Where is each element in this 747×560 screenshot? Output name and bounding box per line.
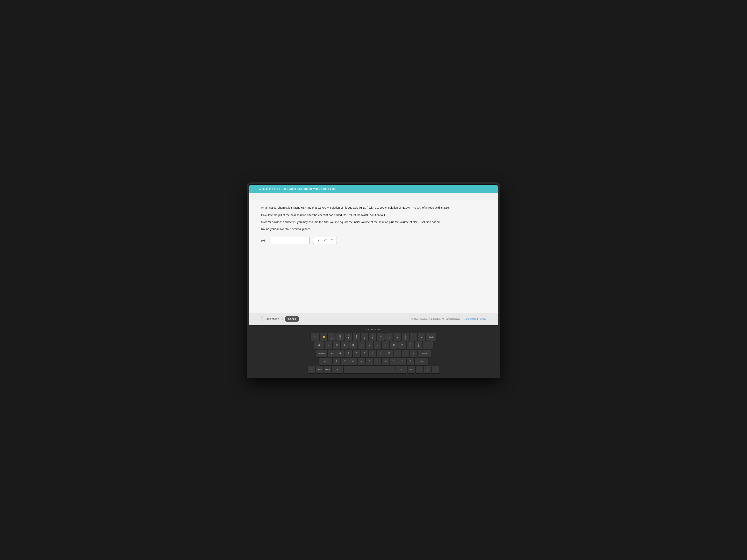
key-arrow-left[interactable]: ← bbox=[416, 366, 423, 373]
key-o[interactable]: O bbox=[390, 342, 397, 349]
check-button[interactable]: Check bbox=[285, 316, 300, 322]
key-command-left[interactable]: ⌘ bbox=[332, 366, 343, 373]
key-j[interactable]: J bbox=[377, 350, 385, 357]
key-a[interactable]: A bbox=[328, 350, 336, 357]
key-w[interactable]: W bbox=[333, 342, 340, 349]
key-0[interactable]: )0 bbox=[402, 333, 409, 341]
key-comma[interactable]: <, bbox=[390, 358, 397, 365]
key-emoji[interactable]: 🙂 bbox=[320, 333, 327, 341]
key-2[interactable]: @2 bbox=[336, 333, 344, 341]
key-bracket-right[interactable]: }] bbox=[415, 342, 422, 349]
bottom-left-btns: Explanation Check bbox=[261, 316, 300, 322]
key-7[interactable]: &7 bbox=[377, 333, 385, 341]
note-text: Note for advanced students: you may assu… bbox=[261, 220, 486, 224]
terms-link[interactable]: Terms of Use bbox=[463, 318, 476, 320]
key-fn[interactable]: fn bbox=[308, 366, 315, 373]
content-area: An analytical chemist is titrating 63.4 … bbox=[249, 200, 498, 313]
key-t[interactable]: T bbox=[358, 342, 365, 349]
ph-input[interactable] bbox=[271, 237, 310, 244]
key-space[interactable] bbox=[344, 366, 395, 373]
key-bracket-left[interactable]: {[ bbox=[407, 342, 414, 349]
answer-label: pH = bbox=[261, 239, 267, 242]
key-semicolon[interactable]: :; bbox=[402, 350, 409, 357]
problem-text-1: An analytical chemist is titrating 63.4 … bbox=[261, 206, 486, 211]
key-arrow-updown[interactable]: ↑↓ bbox=[424, 366, 431, 373]
key-command-right[interactable]: ⌘ bbox=[395, 366, 407, 373]
key-option-left[interactable]: option bbox=[324, 366, 331, 373]
key-q[interactable]: Q bbox=[325, 342, 332, 349]
key-row-4: shift Z X C V B N M <, >. ?/ shift bbox=[251, 358, 496, 365]
key-v[interactable]: V bbox=[358, 358, 365, 365]
title-bar-text: Calculating the pH of a weak acid titrat… bbox=[259, 187, 336, 190]
key-shift-right[interactable]: shift bbox=[415, 358, 428, 365]
bottom-bar: Explanation Check © 2020 McGraw-Hill Edu… bbox=[249, 313, 498, 325]
help-button[interactable]: ? bbox=[330, 238, 333, 243]
key-option-right[interactable]: option bbox=[408, 366, 415, 373]
screen-bezel: — Calculating the pH of a weak acid titr… bbox=[249, 184, 498, 325]
action-box: ✕ ↺ ? bbox=[313, 237, 337, 244]
keyboard-housing: MacBook Pro esc 🙂 !1 @2 #3 $4 %5 ^6 &7 *… bbox=[249, 325, 498, 378]
key-shift-left[interactable]: shift bbox=[319, 358, 332, 365]
key-x[interactable]: X bbox=[341, 358, 349, 365]
chevron-down-button[interactable]: ⌄ bbox=[253, 194, 255, 198]
key-1[interactable]: !1 bbox=[328, 333, 336, 341]
key-delete[interactable]: delete bbox=[426, 333, 436, 341]
key-m[interactable]: M bbox=[382, 358, 389, 365]
key-tab[interactable]: tab bbox=[314, 342, 324, 349]
key-plus[interactable]: += bbox=[418, 333, 426, 341]
key-row-5: fn control option ⌘ ⌘ option ← ↑↓ → bbox=[251, 366, 496, 373]
chevron-area: ⌄ bbox=[249, 193, 498, 200]
screen: — Calculating the pH of a weak acid titr… bbox=[249, 185, 498, 325]
key-6[interactable]: ^6 bbox=[369, 333, 377, 341]
key-control[interactable]: control bbox=[316, 366, 323, 373]
key-row-2: tab Q W E R T Y U I O P {[ }] |\ bbox=[251, 342, 496, 349]
key-s[interactable]: S bbox=[336, 350, 344, 357]
copyright-area: © 2020 McGraw-Hill Education. All Rights… bbox=[411, 318, 486, 320]
key-backslash[interactable]: |\ bbox=[423, 342, 433, 349]
key-i[interactable]: I bbox=[382, 342, 389, 349]
title-bar-left: — Calculating the pH of a weak acid titr… bbox=[253, 187, 336, 191]
key-f[interactable]: F bbox=[353, 350, 360, 357]
key-b[interactable]: B bbox=[366, 358, 373, 365]
key-slash[interactable]: ?/ bbox=[407, 358, 414, 365]
key-c[interactable]: C bbox=[350, 358, 357, 365]
key-g[interactable]: G bbox=[361, 350, 368, 357]
key-8[interactable]: *8 bbox=[385, 333, 393, 341]
key-return[interactable]: return bbox=[418, 350, 431, 357]
explanation-button[interactable]: Explanation bbox=[261, 316, 283, 322]
keyboard: esc 🙂 !1 @2 #3 $4 %5 ^6 &7 *8 (9 )0 _- +… bbox=[251, 332, 496, 375]
key-9[interactable]: (9 bbox=[393, 333, 401, 341]
key-r[interactable]: R bbox=[350, 342, 357, 349]
problem-text-2: Calculate the pH of the acid solution af… bbox=[261, 213, 486, 218]
laptop-outer: — Calculating the pH of a weak acid titr… bbox=[247, 182, 500, 378]
key-3[interactable]: #3 bbox=[344, 333, 352, 341]
key-row-3: caps lock A S D F G H J K L :; "' return bbox=[251, 350, 496, 357]
close-button[interactable]: ✕ bbox=[316, 238, 320, 243]
key-4[interactable]: $4 bbox=[353, 333, 360, 341]
key-arrow-right[interactable]: → bbox=[432, 366, 439, 373]
key-minus[interactable]: _- bbox=[410, 333, 417, 341]
key-k[interactable]: K bbox=[385, 350, 393, 357]
key-n[interactable]: N bbox=[374, 358, 381, 365]
key-l[interactable]: L bbox=[393, 350, 401, 357]
round-text: Round your answer to 2 decimal places. bbox=[261, 227, 486, 232]
key-e[interactable]: E bbox=[341, 342, 349, 349]
key-quote[interactable]: "' bbox=[410, 350, 417, 357]
key-d[interactable]: D bbox=[344, 350, 352, 357]
key-period[interactable]: >. bbox=[398, 358, 406, 365]
key-row-1: esc 🙂 !1 @2 #3 $4 %5 ^6 &7 *8 (9 )0 _- +… bbox=[251, 333, 496, 341]
key-5[interactable]: %5 bbox=[361, 333, 368, 341]
privacy-link[interactable]: Privacy bbox=[479, 318, 486, 320]
key-h[interactable]: H bbox=[369, 350, 377, 357]
undo-button[interactable]: ↺ bbox=[323, 238, 327, 243]
key-caps[interactable]: caps lock bbox=[316, 350, 327, 357]
key-esc[interactable]: esc bbox=[311, 333, 319, 341]
title-bar-dash: — bbox=[253, 187, 256, 191]
key-p[interactable]: P bbox=[398, 342, 406, 349]
key-u[interactable]: U bbox=[374, 342, 381, 349]
answer-row: pH = ✕ ↺ ? bbox=[261, 237, 486, 244]
key-z[interactable]: Z bbox=[333, 358, 340, 365]
title-bar: — Calculating the pH of a weak acid titr… bbox=[249, 185, 498, 193]
copyright-text: © 2020 McGraw-Hill Education. All Rights… bbox=[411, 318, 461, 320]
key-y[interactable]: Y bbox=[366, 342, 373, 349]
